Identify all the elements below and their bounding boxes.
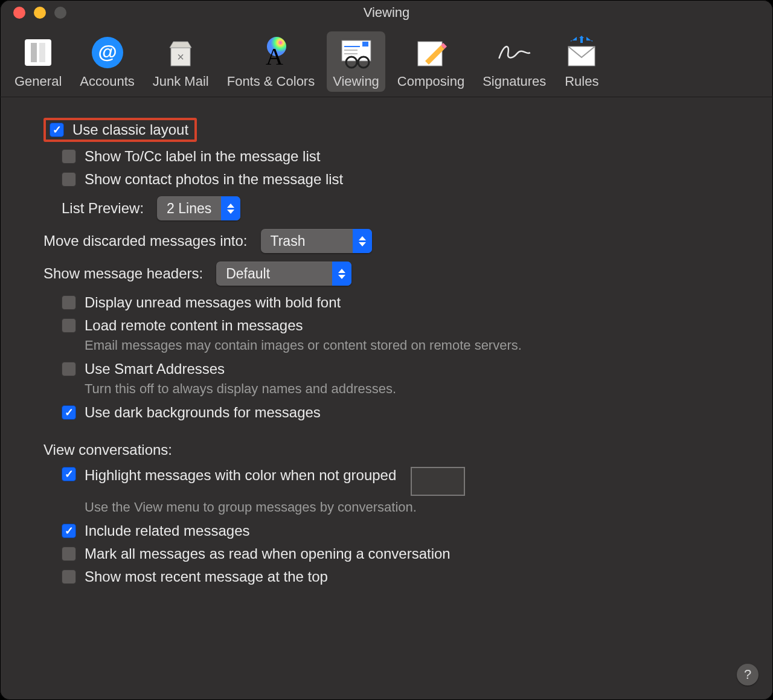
accounts-icon: @ — [90, 35, 125, 70]
general-icon — [21, 35, 56, 70]
show-recent-top-checkbox[interactable] — [62, 570, 76, 584]
show-headers-value: Default — [216, 266, 332, 282]
tab-rules[interactable]: Rules — [558, 31, 605, 92]
svg-text:A: A — [266, 43, 283, 69]
window-title: Viewing — [0, 5, 773, 21]
load-remote-subtext: Email messages may contain images or con… — [85, 338, 755, 353]
include-related-checkbox[interactable] — [62, 524, 76, 538]
highlight-color-well[interactable] — [411, 467, 465, 496]
junk-mail-icon: × — [163, 35, 198, 70]
show-recent-top-label: Show most recent message at the top — [85, 568, 328, 585]
svg-rect-2 — [39, 43, 45, 62]
move-discarded-label: Move discarded messages into: — [43, 233, 248, 249]
highlight-color-subtext: Use the View menu to group messages by c… — [85, 499, 755, 515]
tab-viewing-label: Viewing — [333, 74, 379, 89]
svg-rect-10 — [362, 42, 368, 47]
unread-bold-label: Display unread messages with bold font — [85, 294, 341, 311]
highlight-color-checkbox[interactable] — [62, 467, 76, 481]
list-preview-popup[interactable]: 2 Lines — [157, 196, 240, 220]
smart-addresses-checkbox[interactable] — [62, 362, 76, 376]
show-contact-photos-label: Show contact photos in the message list — [85, 171, 343, 188]
mark-all-read-label: Mark all messages as read when opening a… — [85, 545, 451, 562]
help-icon: ? — [744, 667, 751, 682]
tab-fonts-colors[interactable]: A Fonts & Colors — [221, 31, 321, 92]
highlight-color-label: Highlight messages with color when not g… — [85, 467, 396, 484]
tab-junk-mail-label: Junk Mail — [153, 74, 209, 89]
classic-layout-highlight: Use classic layout — [43, 118, 197, 142]
show-to-cc-checkbox[interactable] — [62, 149, 76, 164]
tab-fonts-colors-label: Fonts & Colors — [227, 74, 315, 89]
show-headers-label: Show message headers: — [43, 265, 203, 282]
smart-addresses-subtext: Turn this off to always display names an… — [85, 381, 755, 397]
tab-signatures[interactable]: Signatures — [476, 31, 552, 92]
fonts-colors-icon: A — [253, 35, 288, 70]
prefs-toolbar: General @ Accounts × Junk Mail A Fonts &… — [0, 25, 773, 97]
signatures-icon — [497, 35, 532, 70]
tab-composing[interactable]: Composing — [391, 31, 470, 92]
conversations-heading: View conversations: — [43, 442, 755, 458]
load-remote-checkbox[interactable] — [62, 318, 76, 333]
stepper-icon — [353, 229, 372, 253]
svg-text:×: × — [177, 50, 184, 63]
tab-signatures-label: Signatures — [483, 74, 546, 89]
move-discarded-popup[interactable]: Trash — [261, 229, 372, 253]
tab-accounts[interactable]: @ Accounts — [74, 31, 141, 92]
list-preview-value: 2 Lines — [157, 201, 221, 217]
show-to-cc-label: Show To/Cc label in the message list — [85, 148, 320, 165]
tab-viewing[interactable]: Viewing — [327, 31, 385, 92]
svg-rect-0 — [25, 39, 51, 66]
preferences-window: Viewing General @ Accounts × Junk Mail — [0, 0, 773, 700]
tab-accounts-label: Accounts — [80, 74, 135, 89]
tab-rules-label: Rules — [565, 74, 598, 89]
viewing-pane: Use classic layout Show To/Cc label in t… — [0, 97, 773, 609]
include-related-label: Include related messages — [85, 522, 250, 539]
tab-composing-label: Composing — [397, 74, 464, 89]
classic-layout-label: Use classic layout — [72, 121, 188, 138]
tab-general[interactable]: General — [8, 31, 68, 92]
composing-icon — [414, 35, 449, 70]
move-discarded-value: Trash — [261, 233, 353, 249]
dark-bg-checkbox[interactable] — [62, 405, 76, 420]
titlebar: Viewing — [0, 0, 773, 25]
unread-bold-checkbox[interactable] — [62, 295, 76, 310]
smart-addresses-label: Use Smart Addresses — [85, 361, 225, 377]
svg-rect-1 — [31, 43, 37, 62]
mark-all-read-checkbox[interactable] — [62, 547, 76, 561]
tab-junk-mail[interactable]: × Junk Mail — [147, 31, 215, 92]
list-preview-label: List Preview: — [62, 200, 144, 217]
tab-general-label: General — [14, 74, 62, 89]
load-remote-label: Load remote content in messages — [85, 317, 303, 334]
viewing-icon — [339, 35, 374, 70]
show-headers-popup[interactable]: Default — [216, 262, 351, 286]
stepper-icon — [332, 262, 351, 286]
stepper-icon — [221, 196, 240, 220]
svg-text:@: @ — [98, 41, 117, 63]
help-button[interactable]: ? — [737, 664, 759, 686]
classic-layout-checkbox[interactable] — [50, 123, 64, 137]
rules-icon — [564, 35, 599, 70]
dark-bg-label: Use dark backgrounds for messages — [85, 404, 321, 421]
show-contact-photos-checkbox[interactable] — [62, 172, 76, 187]
